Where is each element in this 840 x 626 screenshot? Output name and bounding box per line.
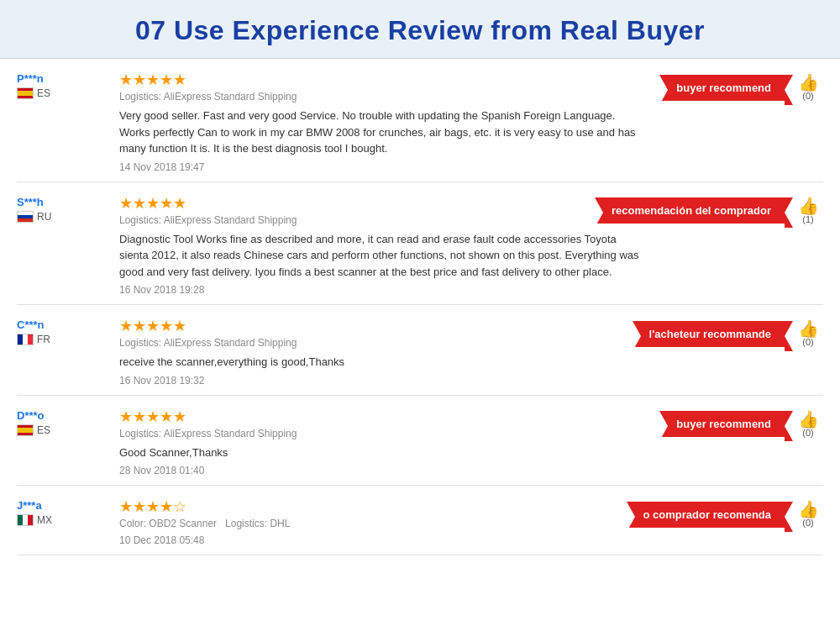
reviewer-name: P***n <box>17 72 109 85</box>
star-rating: ★★★★☆ <box>119 499 645 514</box>
flag-icon <box>17 87 34 99</box>
review-date: 16 Nov 2018 19:32 <box>119 375 645 387</box>
review-row-2: S***h RU ★★★★★ Logistics: AliExpress Sta… <box>17 182 823 306</box>
color-info: Color: OBD2 Scanner Logistics: DHL <box>119 518 645 529</box>
page-title: 07 Use Experience Review from Real Buyer <box>0 15 840 46</box>
review-text: Diagnostic Tool Works fine as described … <box>119 231 645 281</box>
flag-icon <box>17 514 34 526</box>
reviews-container: P***n ES ★★★★★ Logistics: AliExpress Sta… <box>0 59 840 555</box>
logistics: Logistics: AliExpress Standard Shipping <box>119 337 645 349</box>
thumbs-up-icon: 👍 <box>798 501 819 518</box>
reviewer-name: C***n <box>17 318 109 331</box>
country-label: FR <box>37 334 50 345</box>
review-content-col: ★★★★☆ Color: OBD2 Scanner Logistics: DHL… <box>109 499 655 546</box>
recommend-badge: recomendación del comprador <box>595 197 785 224</box>
reviewer-col: D***o ES <box>17 409 109 436</box>
review-date: 28 Nov 2018 01:40 <box>119 465 645 476</box>
reviewer-col: P***n ES <box>17 72 109 99</box>
thumbs-up-icon: 👍 <box>798 74 819 91</box>
recommend-badge: o comprador recomenda <box>627 502 785 528</box>
reviewer-col: S***h RU <box>17 196 109 223</box>
star-rating: ★★★★★ <box>119 409 645 424</box>
country-label: RU <box>37 211 51 223</box>
review-row-4: D***o ES ★★★★★ Logistics: AliExpress Sta… <box>17 396 823 487</box>
review-content-col: ★★★★★ Logistics: AliExpress Standard Shi… <box>109 72 655 173</box>
star-rating: ★★★★★ <box>119 196 645 211</box>
review-text: receive the scanner,everything is good,T… <box>119 354 645 371</box>
page-header: 07 Use Experience Review from Real Buyer <box>0 0 840 59</box>
star-rating: ★★★★★ <box>119 72 645 87</box>
badge-col: o comprador recomenda 👍 (0) <box>655 499 823 528</box>
badge-col: l'acheteur recommande 👍 (0) <box>655 318 823 347</box>
like-box[interactable]: 👍 (1) <box>793 197 823 224</box>
reviewer-country: RU <box>17 211 109 223</box>
like-count: (0) <box>802 337 813 347</box>
review-row-5: J***a MX ★★★★☆ Color: OBD2 Scanner Logis… <box>17 486 823 555</box>
like-count: (1) <box>802 214 813 224</box>
review-row-1: P***n ES ★★★★★ Logistics: AliExpress Sta… <box>17 59 823 182</box>
like-count: (0) <box>802 428 813 438</box>
flag-icon <box>17 334 34 345</box>
logistics: Logistics: AliExpress Standard Shipping <box>119 214 645 226</box>
like-box[interactable]: 👍 (0) <box>793 501 823 528</box>
review-date: 10 Dec 2018 05:48 <box>119 534 645 546</box>
review-text: Good Scanner,Thanks <box>119 445 645 461</box>
reviewer-name: J***a <box>17 499 109 512</box>
thumbs-up-icon: 👍 <box>798 320 819 337</box>
country-label: ES <box>37 87 50 99</box>
country-label: ES <box>37 424 50 436</box>
badge-col: buyer recommend 👍 (0) <box>655 409 823 438</box>
like-count: (0) <box>802 91 813 101</box>
recommend-badge: buyer recommend <box>659 75 785 101</box>
country-label: MX <box>37 514 52 526</box>
flag-icon <box>17 211 34 223</box>
reviewer-name: D***o <box>17 409 109 422</box>
recommend-badge: l'acheteur recommande <box>633 321 785 347</box>
badge-col: buyer recommend 👍 (0) <box>655 72 823 101</box>
logistics: Logistics: AliExpress Standard Shipping <box>119 91 645 103</box>
review-row-3: C***n FR ★★★★★ Logistics: AliExpress Sta… <box>17 305 823 396</box>
reviewer-col: C***n FR <box>17 318 109 345</box>
like-box[interactable]: 👍 (0) <box>793 411 823 438</box>
logistics: Logistics: AliExpress Standard Shipping <box>119 428 645 439</box>
review-content-col: ★★★★★ Logistics: AliExpress Standard Shi… <box>109 318 655 387</box>
reviewer-col: J***a MX <box>17 499 109 526</box>
review-date: 14 Nov 2018 19:47 <box>119 161 645 173</box>
like-box[interactable]: 👍 (0) <box>793 320 823 347</box>
review-text: Very good seller. Fast and very good Ser… <box>119 108 645 157</box>
reviewer-country: MX <box>17 514 109 526</box>
thumbs-up-icon: 👍 <box>798 411 819 428</box>
review-date: 16 Nov 2018 19:28 <box>119 284 645 296</box>
reviewer-name: S***h <box>17 196 109 208</box>
star-rating: ★★★★★ <box>119 318 645 334</box>
like-box[interactable]: 👍 (0) <box>793 74 823 101</box>
flag-icon <box>17 424 34 436</box>
reviewer-country: ES <box>17 87 109 99</box>
like-count: (0) <box>802 518 813 528</box>
review-content-col: ★★★★★ Logistics: AliExpress Standard Shi… <box>109 409 655 477</box>
review-content-col: ★★★★★ Logistics: AliExpress Standard Shi… <box>109 196 655 297</box>
badge-col: recomendación del comprador 👍 (1) <box>655 196 823 224</box>
recommend-badge: buyer recommend <box>659 411 785 437</box>
reviewer-country: ES <box>17 424 109 436</box>
thumbs-up-icon: 👍 <box>798 197 819 214</box>
reviewer-country: FR <box>17 334 109 345</box>
